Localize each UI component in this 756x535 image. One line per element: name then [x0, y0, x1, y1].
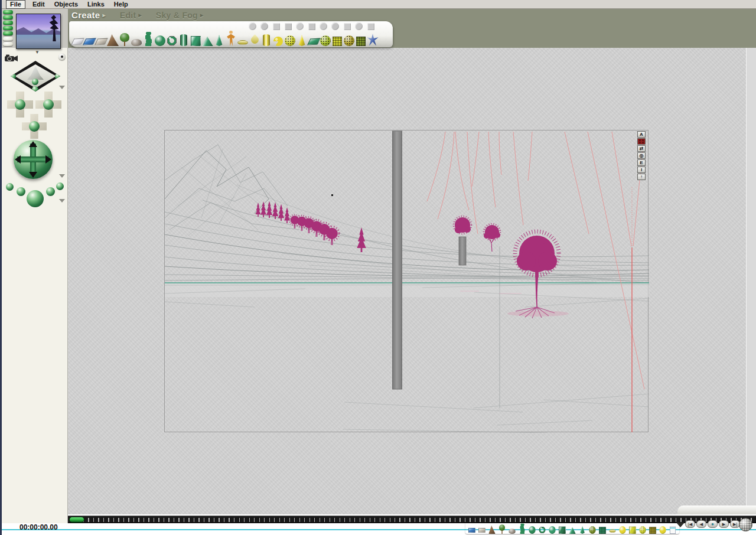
cloud-plane-icon[interactable]	[71, 21, 83, 46]
timecode: 00:00:00.00	[19, 523, 58, 531]
sphere-3-icon[interactable]	[658, 521, 667, 534]
step-back-button[interactable]: ◀	[696, 520, 706, 528]
render-option-pill[interactable]	[3, 42, 13, 46]
render-option-pill[interactable]	[3, 37, 13, 41]
pyramid-icon[interactable]	[568, 521, 577, 534]
cube-icon[interactable]	[558, 521, 567, 534]
cube-2d-icon[interactable]	[628, 521, 637, 534]
rock-icon[interactable]	[507, 521, 517, 534]
torus-icon[interactable]	[537, 521, 547, 534]
sphere-icon[interactable]	[154, 21, 166, 46]
attributes-button[interactable]: A	[637, 131, 646, 138]
render-option-pill[interactable]	[3, 31, 13, 35]
pan-control-bottom[interactable]	[22, 114, 47, 139]
ghost-disc2-icon	[295, 22, 304, 31]
tree-on-pedestal[interactable]	[454, 216, 471, 265]
camera-trackball[interactable]	[14, 140, 53, 179]
sphere-icon[interactable]	[548, 521, 557, 534]
camera-icon[interactable]	[4, 53, 19, 63]
pan-control-right[interactable]	[35, 92, 61, 118]
view-dropdown-icon[interactable]	[59, 86, 65, 89]
mesh-cube-icon[interactable]	[598, 521, 607, 534]
small-sphere-icon[interactable]	[527, 521, 537, 534]
pan-control-left[interactable]	[7, 92, 33, 118]
terrain-wireframe[interactable]	[165, 145, 649, 433]
dotted-sphere-2d-icon[interactable]	[638, 521, 647, 534]
tree-icon[interactable]	[119, 21, 131, 46]
edit-button[interactable]: E	[637, 159, 646, 166]
go-start-button[interactable]: |◀	[685, 520, 695, 528]
symmetrical-lattice-icon[interactable]	[517, 521, 527, 534]
toolbar-dropdown-icon[interactable]	[676, 523, 685, 527]
ground-plane-icon[interactable]	[477, 521, 487, 534]
view-preset-button[interactable]	[17, 187, 25, 196]
terrain-icon[interactable]	[487, 521, 497, 534]
preset-dropdown-icon[interactable]	[59, 199, 65, 203]
cylinder-icon[interactable]	[178, 21, 190, 46]
torus-icon[interactable]	[166, 21, 178, 46]
rock-icon[interactable]	[131, 21, 142, 46]
cone-icon[interactable]	[578, 521, 587, 534]
camera-view-frame[interactable]	[164, 130, 649, 432]
mode-tab-label: Sky & Fog	[156, 11, 198, 20]
info-button[interactable]: I	[637, 167, 646, 173]
ghost-cube-icon	[284, 22, 292, 31]
sphere-2d-icon[interactable]	[618, 521, 627, 534]
ground-plane-icon[interactable]	[95, 21, 107, 46]
view-knob[interactable]	[32, 79, 38, 85]
timeline-scrubber[interactable]	[69, 517, 84, 523]
poser-figure-icon[interactable]	[225, 21, 237, 46]
water-plane-icon[interactable]	[467, 521, 477, 534]
mode-tab-label: Create	[71, 10, 100, 20]
view-preset-button[interactable]	[6, 183, 14, 191]
disc-2d-icon[interactable]	[608, 521, 617, 534]
menu-help[interactable]: Help	[109, 1, 133, 8]
dotted-sphere-icon[interactable]	[588, 521, 597, 534]
preview-dropdown-icon[interactable]: ▼	[35, 50, 40, 55]
ghost-square2-icon	[307, 22, 316, 31]
cube-icon[interactable]	[190, 21, 201, 46]
view-knob[interactable]	[9, 73, 16, 80]
menu-links[interactable]: Links	[83, 1, 109, 8]
play-button[interactable]: ▶	[719, 520, 729, 528]
water-plane-icon[interactable]	[83, 21, 95, 46]
render-option-pill[interactable]	[3, 26, 13, 30]
camera-options-button[interactable]	[58, 53, 66, 60]
tab-edit[interactable]: Edit ▸	[120, 11, 142, 20]
view-preset-button[interactable]	[46, 187, 55, 196]
tab-create[interactable]: Create ▸	[71, 10, 106, 20]
cone-icon[interactable]	[213, 21, 225, 46]
render-option-pill[interactable]	[3, 21, 13, 25]
mid-tree[interactable]	[484, 224, 500, 252]
tree-icon[interactable]	[497, 521, 507, 534]
material-button[interactable]	[637, 138, 646, 145]
pyramid-icon[interactable]	[201, 21, 213, 46]
scene-preview-thumbnail[interactable]	[16, 14, 61, 49]
symmetrical-lattice-icon[interactable]	[142, 21, 154, 46]
resize-button[interactable]: ⇄	[637, 145, 646, 152]
workspace: A⇄◎EI↑	[68, 48, 756, 514]
tab-sky-fog[interactable]: Sky & Fog ▸	[156, 11, 203, 20]
lattice-2d-icon[interactable]	[648, 521, 657, 534]
menu-file[interactable]: File	[6, 0, 25, 9]
column-object[interactable]	[393, 131, 402, 389]
trackball-dropdown-icon[interactable]	[59, 174, 65, 178]
ghost-circle3-icon	[319, 22, 328, 31]
disc-2d-icon[interactable]	[237, 21, 249, 46]
menu-objects[interactable]: Objects	[50, 1, 83, 8]
stop-button[interactable]: ●	[708, 520, 718, 528]
menu-edit[interactable]: Edit	[28, 1, 50, 8]
view-angle-control[interactable]	[11, 61, 60, 92]
ghost-disc-icon	[248, 22, 257, 31]
select-parent-button[interactable]: ↑	[637, 174, 646, 180]
view-knob[interactable]	[32, 86, 38, 93]
render-option-pill[interactable]	[3, 15, 13, 19]
view-knob[interactable]	[55, 73, 61, 80]
globe-icon[interactable]	[739, 518, 752, 531]
render-option-pill[interactable]	[3, 10, 13, 14]
terrain-icon[interactable]	[107, 21, 119, 46]
workspace-right-edge	[746, 48, 756, 514]
view-preset-main-button[interactable]	[27, 190, 44, 207]
view-preset-button[interactable]	[56, 182, 64, 190]
rotate-button[interactable]: ◎	[637, 152, 646, 159]
